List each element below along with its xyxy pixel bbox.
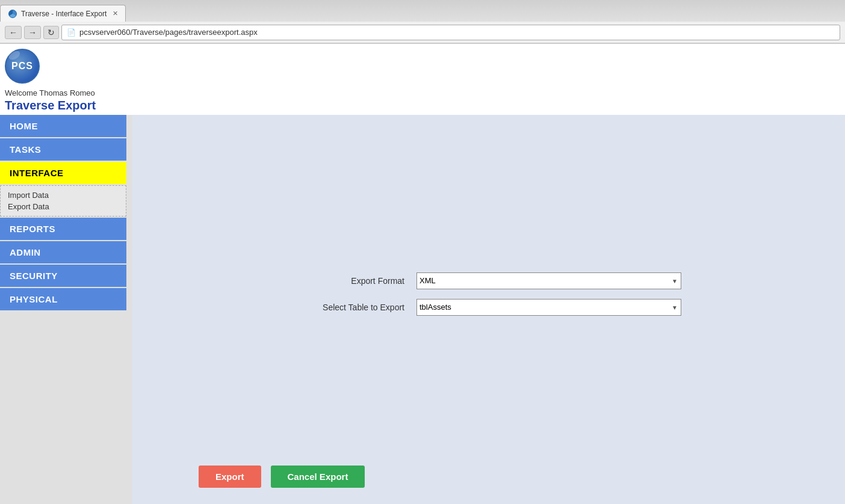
sidebar-item-tasks[interactable]: TASKS xyxy=(0,138,126,161)
tab-favicon xyxy=(8,9,17,19)
address-page-icon: 📄 xyxy=(67,28,76,37)
export-format-label: Export Format xyxy=(296,276,404,286)
sidebar-item-admin[interactable]: ADMIN xyxy=(0,241,126,263)
forward-button[interactable]: → xyxy=(24,26,41,39)
export-format-select-wrapper: XML CSV JSON xyxy=(416,272,681,289)
submenu-export-data[interactable]: Export Data xyxy=(8,201,119,212)
address-bar[interactable]: 📄 pcsvserver060/Traverse/pages/traversee… xyxy=(61,25,840,40)
back-button[interactable]: ← xyxy=(5,26,22,39)
address-host: pcsvserver060 xyxy=(79,28,131,37)
export-format-select[interactable]: XML CSV JSON xyxy=(416,272,681,289)
sidebar-item-physical[interactable]: PHYSICAL xyxy=(0,288,126,310)
sidebar-item-security[interactable]: SECURITY xyxy=(0,265,126,287)
browser-tab[interactable]: Traverse - Interface Export ✕ xyxy=(0,5,126,22)
action-buttons: Export Cancel Export xyxy=(199,461,833,493)
logo-text: PCS xyxy=(11,61,33,72)
sidebar-item-reports[interactable]: REPORTS xyxy=(0,218,126,240)
export-format-row: Export Format XML CSV JSON xyxy=(296,272,681,289)
sidebar-item-interface[interactable]: INTERFACE xyxy=(0,162,126,184)
tab-close-button[interactable]: ✕ xyxy=(113,10,118,17)
page-title: Traverse Export xyxy=(5,99,845,112)
select-table-row: Select Table to Export tblAssets tblUser… xyxy=(296,299,681,316)
export-form: Export Format XML CSV JSON Select Table … xyxy=(144,127,833,461)
cancel-export-button[interactable]: Cancel Export xyxy=(271,466,365,488)
address-bar-text: pcsvserver060/Traverse/pages/traverseexp… xyxy=(79,28,258,37)
select-table-select-wrapper: tblAssets tblUsers tblLocations tblDepar… xyxy=(416,299,681,316)
welcome-message: Welcome Thomas Romeo xyxy=(5,88,845,97)
interface-submenu: Import Data Export Data xyxy=(0,185,126,217)
refresh-button[interactable]: ↻ xyxy=(43,26,59,39)
address-path: /Traverse/pages/traverseexport.aspx xyxy=(131,28,258,37)
logo: PCS xyxy=(5,49,41,85)
submenu-import-data[interactable]: Import Data xyxy=(8,189,119,201)
main-content: Export Format XML CSV JSON Select Table … xyxy=(132,115,845,504)
select-table-select[interactable]: tblAssets tblUsers tblLocations tblDepar… xyxy=(416,299,681,316)
select-table-label: Select Table to Export xyxy=(296,303,404,312)
sidebar-item-home[interactable]: HOME xyxy=(0,115,126,137)
tab-title: Traverse - Interface Export xyxy=(21,10,107,18)
sidebar: HOME TASKS INTERFACE Import Data Export … xyxy=(0,115,132,504)
export-button[interactable]: Export xyxy=(199,466,261,488)
